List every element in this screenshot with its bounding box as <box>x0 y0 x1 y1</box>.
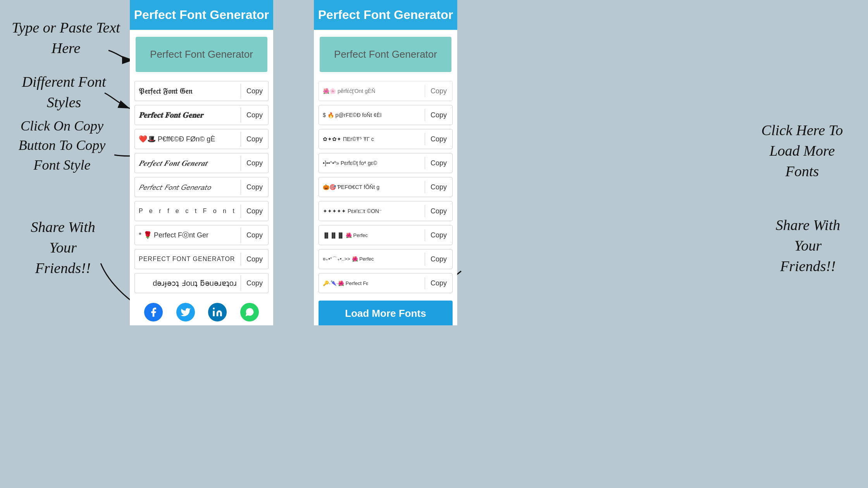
annotation-share-right: Share With Your Friends!! <box>756 215 860 277</box>
load-more-button[interactable]: Load More Fonts <box>319 301 453 325</box>
font-row-right-3: ✿✦✿✦ ΠΕr©Ŧ⁵ ŦΓ c Copy <box>319 129 453 149</box>
copy-button[interactable]: Copy <box>241 252 268 266</box>
font-text: ɹoʇɐɹǝuǝƃ ʇuoℲ ʇɔǝɟɹǝd <box>135 275 241 291</box>
copy-button[interactable]: Copy <box>425 180 452 194</box>
copy-button[interactable]: Copy <box>425 228 452 242</box>
facebook-icon[interactable] <box>144 303 163 321</box>
copy-button[interactable]: Copy <box>241 204 268 218</box>
copy-button[interactable]: Copy <box>425 276 452 290</box>
copy-button[interactable]: Copy <box>425 132 452 146</box>
font-text: $ 🔥 p@rFE©Ð foŇt ¢ÈI <box>319 109 425 121</box>
font-text: 🔑·🌂·🌺 Perfect Fε <box>319 277 425 289</box>
copy-button[interactable]: Copy <box>241 108 268 122</box>
font-row-right-1: 🌺🌸 pêrfέćţ'Ont gÈŇ Copy <box>319 81 453 101</box>
font-row-left-9: ɹoʇɐɹǝuǝƃ ʇuoℲ ʇɔǝɟɹǝd Copy <box>134 273 269 293</box>
copy-button[interactable]: Copy <box>425 108 452 122</box>
svg-point-1 <box>213 308 215 309</box>
annotation-different-fonts: Different Font Styles <box>4 72 124 113</box>
social-bar-left <box>130 295 273 325</box>
font-row-right-5: 🎃🎯 ƤEFΘ€CT fÕŇt g Copy <box>319 177 453 197</box>
font-row-left-4: 𝑷𝒆𝒓𝒇𝒆𝒄𝒕 𝑭𝒐𝒏𝒕 𝑮𝒆𝒏𝒆𝒓𝒂𝒕 Copy <box>134 153 269 173</box>
right-panel-header: Perfect Font Generator <box>314 0 457 30</box>
right-panel: Perfect Font Generator 🌺🌸 pêrfέćţ'Ont gÈ… <box>314 0 457 325</box>
font-text: 𝘗𝘦𝘳𝘧𝘦𝘤𝘵 𝘍𝘰𝘯𝘵 𝘎𝘦𝘯𝘦𝘳𝘢𝘵𝘰 <box>135 180 241 195</box>
copy-button[interactable]: Copy <box>241 228 268 242</box>
copy-button[interactable]: Copy <box>241 180 268 194</box>
font-row-right-9: 🔑·🌂·🌺 Perfect Fε Copy <box>319 273 453 293</box>
copy-button[interactable]: Copy <box>241 276 268 290</box>
font-text: 🎃🎯 ƤEFΘ€CT fÕŇt g <box>319 181 425 193</box>
font-text: ✦✦✦✦✦ Pεя'ε□τ ©ON⁻ <box>319 205 425 217</box>
font-text: ¤₊•°⌒₊•..>> 🌺 Perfec <box>319 253 425 266</box>
font-row-left-6: P e r f e c t F o n t Copy <box>134 201 269 221</box>
copy-button[interactable]: Copy <box>425 156 452 170</box>
linkedin-icon[interactable] <box>208 303 227 321</box>
font-text: P e r f e c t F o n t <box>135 204 241 218</box>
left-panel: Perfect Font Generator 𝔓𝔢𝔯𝔣𝔢𝔠𝔱 𝔉𝔬𝔫𝔱 𝔊𝔢𝔫 … <box>130 0 273 325</box>
left-panel-header: Perfect Font Generator <box>130 0 273 30</box>
font-text: 🌺🌸 pêrfέćţ'Ont gÈŇ <box>319 85 425 97</box>
annotation-load-more: Click Here To Load More Fonts <box>744 120 860 182</box>
copy-button[interactable]: Copy <box>425 84 452 98</box>
font-text: ❤️🎩 P€ff€©Ð FØn© gÈ <box>135 132 241 146</box>
font-text: 𝑷𝒆𝒓𝒇𝒆𝒄𝒕 𝑭𝒐𝒏𝒕 𝑮𝒆𝒏𝒆𝒓𝒂𝒕 <box>135 156 241 171</box>
font-text: ▐▌▐▌▐▌ 🌺 Perfec <box>319 229 425 241</box>
copy-button[interactable]: Copy <box>425 204 452 218</box>
font-text: •]••°•º» Pεrfε©ţ fo⁴ gε© <box>319 157 425 169</box>
font-row-left-2: 𝐏𝐞𝐫𝐟𝐞𝐜𝐭 𝐅𝐨𝐧𝐭 𝐆𝐞𝐧𝐞𝐫 Copy <box>134 105 269 125</box>
twitter-icon[interactable] <box>176 303 195 321</box>
font-row-left-1: 𝔓𝔢𝔯𝔣𝔢𝔠𝔱 𝔉𝔬𝔫𝔱 𝔊𝔢𝔫 Copy <box>134 81 269 101</box>
font-text: 𝐏𝐞𝐫𝐟𝐞𝐜𝐭 𝐅𝐨𝐧𝐭 𝐆𝐞𝐧𝐞𝐫 <box>135 108 241 123</box>
font-text: ✿✦✿✦ ΠΕr©Ŧ⁵ ŦΓ c <box>319 133 425 145</box>
font-row-left-3: ❤️🎩 P€ff€©Ð FØn© gÈ Copy <box>134 129 269 149</box>
annotation-share-left: Share With Your Friends!! <box>10 217 116 279</box>
whatsapp-icon[interactable] <box>240 303 259 321</box>
font-row-right-2: $ 🔥 p@rFE©Ð foŇt ¢ÈI Copy <box>319 105 453 125</box>
copy-button[interactable]: Copy <box>241 156 268 170</box>
copy-button[interactable]: Copy <box>241 132 268 146</box>
left-input[interactable] <box>136 37 267 72</box>
font-text: 𝔓𝔢𝔯𝔣𝔢𝔠𝔱 𝔉𝔬𝔫𝔱 𝔊𝔢𝔫 <box>135 84 241 99</box>
annotation-click-copy: Click On Copy Button To Copy Font Style <box>0 116 124 175</box>
annotation-type-paste: Type or Paste Text Here <box>12 17 120 58</box>
font-row-right-7: ▐▌▐▌▐▌ 🌺 Perfec Copy <box>319 225 453 245</box>
font-row-left-5: 𝘗𝘦𝘳𝘧𝘦𝘤𝘵 𝘍𝘰𝘯𝘵 𝘎𝘦𝘯𝘦𝘳𝘢𝘵𝘰 Copy <box>134 177 269 197</box>
font-row-left-7: * 🌹 Perfect Fⓞnt Ger Copy <box>134 225 269 245</box>
font-row-right-4: •]••°•º» Pεrfε©ţ fo⁴ gε© Copy <box>319 153 453 173</box>
font-row-right-8: ¤₊•°⌒₊•..>> 🌺 Perfec Copy <box>319 249 453 269</box>
copy-button[interactable]: Copy <box>241 84 268 98</box>
font-row-right-6: ✦✦✦✦✦ Pεя'ε□τ ©ON⁻ Copy <box>319 201 453 221</box>
right-input[interactable] <box>320 37 451 72</box>
font-row-left-8: PERFECT FONT GENERATOR Copy <box>134 249 269 269</box>
font-text: PERFECT FONT GENERATOR <box>135 253 241 266</box>
copy-button[interactable]: Copy <box>425 252 452 266</box>
font-text: * 🌹 Perfect Fⓞnt Ger <box>135 227 241 243</box>
